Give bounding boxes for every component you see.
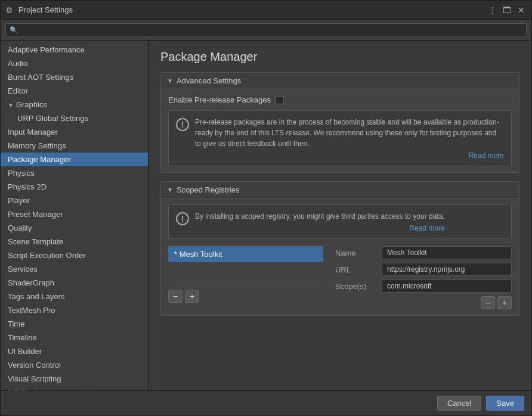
prerelease-info-box: ! Pre-release packages are in the proces… <box>168 110 512 166</box>
sidebar-item-services[interactable]: Services <box>1 262 148 276</box>
list-plus-button[interactable]: + <box>185 290 199 303</box>
sidebar-item-ui-builder[interactable]: UI Builder <box>1 344 148 358</box>
registry-list-panel: * Mesh Toolkit − + <box>168 246 323 303</box>
sidebar-item-time[interactable]: Time <box>1 317 148 331</box>
sidebar-item-script-execution[interactable]: Script Execution Order <box>1 249 148 262</box>
search-wrapper: 🔍 <box>5 23 527 36</box>
scopes-input[interactable] <box>382 280 512 293</box>
advanced-settings-header[interactable]: ▼ Advanced Settings <box>161 73 519 89</box>
window-icon: ⚙ <box>5 5 15 15</box>
sidebar-item-graphics[interactable]: ▼Graphics <box>1 98 148 111</box>
sidebar-item-memory-settings[interactable]: Memory Settings <box>1 139 148 153</box>
bottom-bar: Cancel Save <box>1 390 531 415</box>
minimize-button[interactable]: 🗖 <box>502 5 512 15</box>
scoped-info-box: ! By installing a scoped registry, you m… <box>168 204 512 239</box>
window: ⚙ Project Settings ⋮ 🗖 ✕ 🔍 Adaptive Perf… <box>0 0 532 416</box>
scoped-info-text: By installing a scoped registry, you mig… <box>195 212 445 221</box>
sidebar-item-input-manager[interactable]: Input Manager <box>1 125 148 139</box>
sidebar-item-shadergraph[interactable]: ShaderGraph <box>1 276 148 290</box>
advanced-arrow: ▼ <box>167 77 173 84</box>
scoped-registries-header[interactable]: ▼ Scoped Registries <box>161 182 519 198</box>
sidebar: Adaptive Performance Audio Burst AOT Set… <box>1 41 149 390</box>
sidebar-item-preset-manager[interactable]: Preset Manager <box>1 207 148 221</box>
scopes-minus-button[interactable]: − <box>481 296 495 309</box>
menu-button[interactable]: ⋮ <box>487 5 498 15</box>
sidebar-item-physics-2d[interactable]: Physics 2D <box>1 180 148 194</box>
sidebar-item-visual-scripting[interactable]: Visual Scripting <box>1 372 148 386</box>
scopes-btn-row: − + <box>335 296 512 309</box>
registry-row: * Mesh Toolkit − + Name <box>168 246 512 309</box>
advanced-settings-body: Enable Pre-release Packages ! Pre-releas… <box>161 89 519 172</box>
advanced-settings-title: Advanced Settings <box>177 76 241 85</box>
search-bar: 🔍 <box>1 20 531 41</box>
scopes-label: Scope(s) <box>335 282 377 291</box>
sidebar-item-tags-and-layers[interactable]: Tags and Layers <box>1 290 148 303</box>
name-field-row: Name <box>335 246 512 259</box>
name-input[interactable] <box>382 246 512 259</box>
sidebar-item-audio[interactable]: Audio <box>1 57 148 70</box>
content-area: Adaptive Performance Audio Burst AOT Set… <box>1 41 531 390</box>
scoped-info-content: By installing a scoped registry, you mig… <box>195 211 445 232</box>
sidebar-item-textmesh-pro[interactable]: TextMesh Pro <box>1 303 148 317</box>
registry-list: * Mesh Toolkit <box>168 246 323 282</box>
save-button[interactable]: Save <box>486 396 524 411</box>
sidebar-item-urp-global[interactable]: URP Global Settings <box>1 111 148 125</box>
info-icon: ! <box>176 118 189 131</box>
registry-item-mesh-toolkit[interactable]: * Mesh Toolkit <box>168 246 323 262</box>
prerelease-info-content: Pre-release packages are in the process … <box>195 117 504 160</box>
scopes-field-row: Scope(s) <box>335 280 512 293</box>
window-title: Project Settings <box>18 5 487 14</box>
sidebar-item-xr-plugin[interactable]: XR Plugin Management <box>1 386 148 390</box>
list-minus-button[interactable]: − <box>168 290 183 303</box>
scoped-registries-body: ! By installing a scoped registry, you m… <box>161 198 519 315</box>
name-label: Name <box>335 249 377 257</box>
scopes-plus-button[interactable]: + <box>497 296 512 309</box>
prerelease-label: Enable Pre-release Packages <box>168 95 271 104</box>
prerelease-toggle-row: Enable Pre-release Packages <box>168 95 512 104</box>
url-label: URL <box>335 265 377 274</box>
scoped-registries-section: ▼ Scoped Registries ! By installing a sc… <box>160 181 519 316</box>
scoped-info-icon: ! <box>176 212 189 225</box>
url-input[interactable] <box>382 263 512 276</box>
sidebar-item-burst-aot[interactable]: Burst AOT Settings <box>1 70 148 84</box>
titlebar-controls: ⋮ 🗖 ✕ <box>487 5 527 15</box>
prerelease-checkbox[interactable] <box>276 96 284 104</box>
sidebar-item-editor[interactable]: Editor <box>1 84 148 98</box>
scoped-registries-title: Scoped Registries <box>177 185 240 194</box>
cancel-button[interactable]: Cancel <box>437 396 481 411</box>
sidebar-item-player[interactable]: Player <box>1 194 148 207</box>
registry-detail-panel: Name URL Scope(s) <box>329 246 512 309</box>
sidebar-item-scene-template[interactable]: Scene Template <box>1 235 148 249</box>
prerelease-info-text: Pre-release packages are in the process … <box>195 118 499 148</box>
sidebar-item-version-control[interactable]: Version Control <box>1 358 148 372</box>
list-btn-row: − + <box>168 287 323 303</box>
advanced-settings-section: ▼ Advanced Settings Enable Pre-release P… <box>160 72 519 173</box>
search-input[interactable] <box>5 23 527 36</box>
url-field-row: URL <box>335 263 512 276</box>
main-panel: Package Manager ▼ Advanced Settings Enab… <box>149 41 531 390</box>
sidebar-item-physics[interactable]: Physics <box>1 166 148 180</box>
page-title: Package Manager <box>160 50 519 64</box>
sidebar-item-quality[interactable]: Quality <box>1 221 148 235</box>
scoped-read-more[interactable]: Read more <box>195 224 445 232</box>
scoped-arrow: ▼ <box>167 187 173 193</box>
advanced-read-more[interactable]: Read more <box>195 151 504 160</box>
titlebar: ⚙ Project Settings ⋮ 🗖 ✕ <box>1 1 531 20</box>
close-button[interactable]: ✕ <box>516 5 527 15</box>
sidebar-item-adaptive-performance[interactable]: Adaptive Performance <box>1 43 148 57</box>
sidebar-item-package-manager[interactable]: Package Manager <box>1 153 148 166</box>
graphics-arrow: ▼ <box>8 102 14 108</box>
sidebar-item-timeline[interactable]: Timeline <box>1 331 148 344</box>
